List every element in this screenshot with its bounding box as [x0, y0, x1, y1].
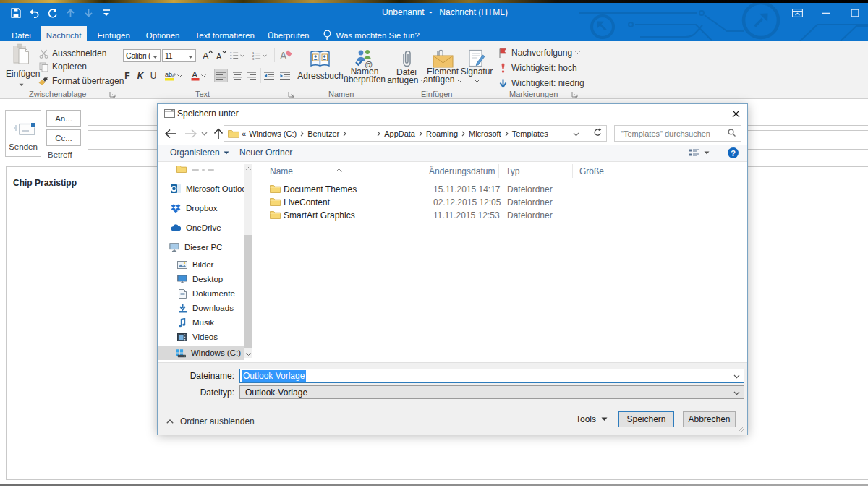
- tab-ueberpruefen[interactable]: Überprüfen: [261, 26, 318, 41]
- nav-item-bilder[interactable]: Bilder: [177, 260, 213, 270]
- nav-item-downloads[interactable]: Downloads: [177, 303, 234, 313]
- font-size-combo[interactable]: 11: [162, 49, 196, 62]
- nav-item-onedrive[interactable]: OneDrive: [171, 223, 221, 233]
- tab-datei[interactable]: Datei: [0, 26, 41, 41]
- scroll-down-icon[interactable]: [244, 350, 252, 358]
- column-header-date[interactable]: Änderungsdatum: [422, 164, 499, 178]
- nav-item-microsoft-outlook[interactable]: Microsoft Outlook: [171, 184, 244, 194]
- column-header-type[interactable]: Typ: [499, 164, 573, 178]
- filetype-select[interactable]: Outlook-Vorlage: [239, 385, 744, 399]
- font-name-combo[interactable]: Calibri (1: [123, 49, 161, 62]
- save-button[interactable]: Speichern: [618, 411, 674, 427]
- grow-font-button[interactable]: A: [201, 48, 213, 62]
- follow-up-button[interactable]: Nachverfolgung: [497, 47, 580, 59]
- nav-item-dokumente[interactable]: Dokumente: [177, 288, 235, 299]
- italic-button[interactable]: K: [135, 69, 146, 82]
- back-button[interactable]: [162, 125, 179, 142]
- tools-button[interactable]: Tools: [576, 414, 596, 424]
- nav-item-dieser-pc[interactable]: Dieser PC: [169, 242, 222, 252]
- breadcrumb-windows-c[interactable]: Windows (C:): [249, 129, 297, 138]
- hide-folders-button[interactable]: Ordner ausblenden: [166, 416, 255, 427]
- customize-qat-icon[interactable]: [101, 7, 112, 19]
- attach-file-button[interactable]: Datei anfügen: [390, 44, 423, 89]
- breadcrumb-overflow[interactable]: «: [242, 129, 246, 138]
- address-book-button[interactable]: Adressbuch: [302, 44, 339, 86]
- check-names-button[interactable]: @ Namen überprüfen: [344, 44, 386, 89]
- view-mode-button[interactable]: [689, 147, 710, 158]
- breadcrumb-bar[interactable]: « Windows (C:) Benutzer AppData Roaming …: [224, 125, 607, 142]
- decrease-indent-button[interactable]: [262, 69, 276, 82]
- attach-item-button[interactable]: Element anfügen: [425, 44, 461, 89]
- text-dialog-launcher-icon[interactable]: [288, 91, 295, 98]
- importance-high-button[interactable]: Wichtigkeit: hoch: [497, 62, 577, 74]
- breadcrumb-roaming[interactable]: Roaming: [426, 129, 458, 138]
- save-icon[interactable]: [10, 7, 22, 19]
- ribbon-display-options-icon[interactable]: [791, 7, 803, 19]
- organize-button[interactable]: Organisieren: [170, 147, 229, 158]
- column-header-size[interactable]: Größe: [573, 164, 647, 178]
- search-box[interactable]: "Templates" durchsuchen: [614, 125, 741, 142]
- dialog-close-button[interactable]: [729, 107, 742, 120]
- undo-icon[interactable]: [28, 7, 40, 19]
- new-folder-button[interactable]: Neuer Ordner: [239, 147, 292, 158]
- increase-indent-button[interactable]: [278, 69, 292, 82]
- signature-button[interactable]: Signatur: [461, 44, 493, 89]
- importance-low-button[interactable]: Wichtigkeit: niedrig: [497, 77, 584, 89]
- nav-item-desktop[interactable]: Desktop: [177, 274, 223, 284]
- redo-icon[interactable]: [46, 7, 58, 19]
- clear-formatting-button[interactable]: A: [279, 48, 293, 62]
- search-icon[interactable]: [728, 129, 736, 139]
- recent-locations-button[interactable]: [199, 125, 209, 142]
- tab-nachricht[interactable]: Nachricht: [41, 26, 88, 41]
- file-row-document-themes[interactable]: Document Themes 15.11.2015 14:17 Dateior…: [258, 183, 746, 196]
- nav-label: Microsoft Outlook: [186, 184, 244, 193]
- align-center-button[interactable]: [231, 69, 244, 82]
- file-row-livecontent[interactable]: LiveContent 02.12.2015 12:05 Dateiordner: [258, 196, 746, 209]
- minimize-icon[interactable]: [820, 7, 832, 19]
- breadcrumb-dropdown-icon[interactable]: [567, 129, 585, 139]
- breadcrumb-microsoft[interactable]: Microsoft: [469, 129, 501, 138]
- tab-text-formatieren[interactable]: Text formatieren: [187, 26, 261, 41]
- tab-optionen[interactable]: Optionen: [137, 26, 187, 41]
- nav-item-windows-c[interactable]: Windows (C:): [176, 348, 241, 358]
- filename-input[interactable]: Outlook Vorlage: [239, 369, 744, 383]
- help-button[interactable]: ?: [728, 147, 739, 158]
- paste-button[interactable]: Einfügen: [6, 43, 36, 88]
- to-button[interactable]: An...: [46, 110, 81, 127]
- nav-item-musik[interactable]: Musik: [177, 317, 214, 328]
- breadcrumb-appdata[interactable]: AppData: [384, 129, 415, 138]
- dialog-titlebar[interactable]: Speichern unter: [158, 104, 747, 123]
- breadcrumb-templates[interactable]: Templates: [512, 129, 548, 138]
- align-right-button[interactable]: [244, 69, 258, 82]
- nav-scrollbar[interactable]: [244, 164, 252, 358]
- highlight-button[interactable]: ab: [165, 69, 182, 82]
- nav-item-user-folder[interactable]: [176, 164, 217, 174]
- markierungen-dialog-launcher-icon[interactable]: [571, 91, 579, 98]
- send-button[interactable]: Senden: [5, 110, 41, 157]
- zwischenablage-dialog-launcher-icon[interactable]: [109, 91, 116, 98]
- font-color-button[interactable]: A: [190, 69, 207, 82]
- tellme-box[interactable]: Was möchten Sie tun?: [318, 26, 430, 41]
- shrink-font-button[interactable]: A: [215, 48, 227, 62]
- tab-einfuegen[interactable]: Einfügen: [87, 26, 137, 41]
- nav-item-videos[interactable]: Videos: [177, 332, 218, 342]
- scroll-up-icon[interactable]: [244, 164, 252, 172]
- maximize-icon[interactable]: [849, 7, 861, 19]
- bullets-button[interactable]: [230, 48, 244, 62]
- resize-grip[interactable]: [739, 426, 745, 432]
- numbering-button[interactable]: 123: [252, 48, 267, 62]
- tools-dropdown-icon[interactable]: [601, 417, 608, 421]
- file-row-smartart-graphics[interactable]: SmartArt Graphics 11.11.2015 12:53 Datei…: [258, 209, 746, 222]
- cancel-button[interactable]: Abbrechen: [683, 411, 736, 427]
- scrollbar-thumb[interactable]: [244, 235, 252, 348]
- format-painter-button[interactable]: Format übertragen: [38, 75, 124, 87]
- paste-label: Einfügen: [6, 69, 36, 79]
- refresh-button[interactable]: [589, 128, 606, 139]
- bold-button[interactable]: F: [122, 69, 133, 82]
- underline-button[interactable]: U: [148, 69, 159, 82]
- cc-button[interactable]: Cc...: [46, 129, 81, 146]
- align-left-button[interactable]: [214, 69, 228, 82]
- breadcrumb-benutzer[interactable]: Benutzer: [307, 129, 339, 138]
- filename-dropdown-icon[interactable]: [733, 371, 740, 381]
- nav-item-dropbox[interactable]: Dropbox: [171, 203, 217, 213]
